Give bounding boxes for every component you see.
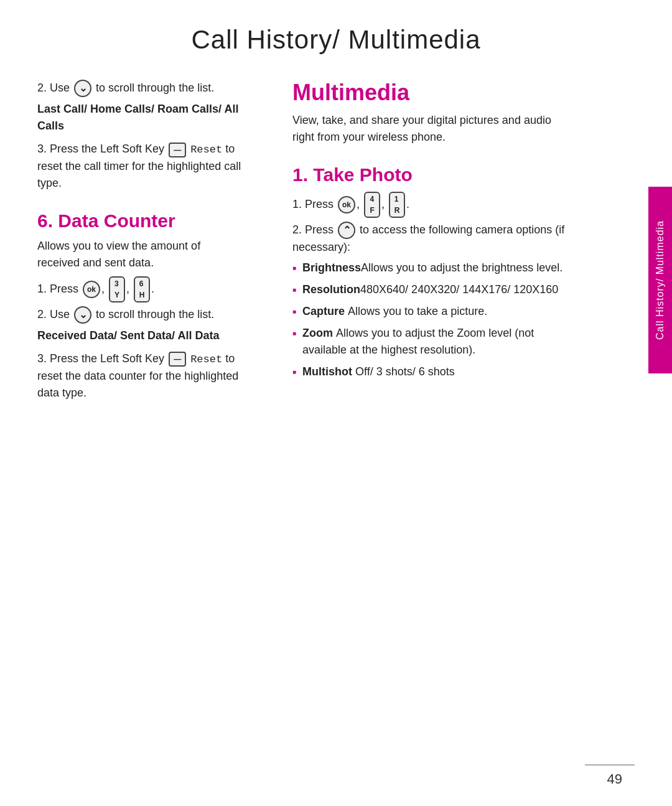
side-tab-label: Call History/ Multimedia xyxy=(655,220,666,340)
bullet-dot-icon3: ■ xyxy=(292,307,296,316)
nav-key-icon2: ⌄ xyxy=(74,306,91,324)
right-column: Multimedia View, take, and share your di… xyxy=(261,73,591,806)
bullet-brightness: ■ BrightnessAllows you to adjust the bri… xyxy=(292,260,572,276)
data-types: Received Data/ Sent Data/ All Data xyxy=(37,327,243,344)
bullet-dot-icon2: ■ xyxy=(292,285,296,294)
key-6h-icon: 6H xyxy=(134,276,150,302)
bullet-list: ■ BrightnessAllows you to adjust the bri… xyxy=(292,260,572,380)
section6-heading: 6. Data Counter xyxy=(37,210,243,232)
key-1r-icon: 1R xyxy=(389,192,405,218)
key-4f-icon: 4F xyxy=(364,192,380,218)
tp-step1: 1. Press ok, 4F, 1R. xyxy=(292,192,572,218)
step3-reset: 3. Press the Left Soft Key — Reset to re… xyxy=(37,141,243,192)
soft-key-icon2: — xyxy=(169,352,186,367)
nav-key-icon: ⌄ xyxy=(74,80,91,97)
bullet-dot-icon: ■ xyxy=(292,263,296,273)
left-column: 2. Use ⌄ to scroll through the list. Las… xyxy=(0,73,261,806)
s6-step2: 2. Use ⌄ to scroll through the list. xyxy=(37,306,243,324)
nav-key-icon3: ⌃ xyxy=(338,222,355,239)
page-title: Call History/ Multimedia xyxy=(0,0,672,73)
bullet-capture: ■ Capture Allows you to take a picture. xyxy=(292,303,572,320)
s6-step3: 3. Press the Left Soft Key — Reset to re… xyxy=(37,350,243,401)
section6-desc: Allows you to view the amount of receive… xyxy=(37,238,243,271)
bullet-dot-icon4: ■ xyxy=(292,329,296,338)
soft-key-icon: — xyxy=(169,143,186,157)
step2-scroll: 2. Use ⌄ to scroll through the list. xyxy=(37,80,243,97)
ok-key-icon: ok xyxy=(83,281,100,298)
key-3y-icon: 3Y xyxy=(109,276,125,302)
call-types: Last Call/ Home Calls/ Roam Calls/ All C… xyxy=(37,101,243,134)
bullet-resolution: ■ Resolution480X640/ 240X320/ 144X176/ 1… xyxy=(292,281,572,298)
tp-step2: 2. Press ⌃ to access the following camer… xyxy=(292,222,572,256)
side-tab: Call History/ Multimedia xyxy=(648,187,672,373)
bullet-zoom: ■ Zoom Allows you to adjust the Zoom lev… xyxy=(292,325,572,358)
bullet-multishot: ■ Multishot Off/ 3 shots/ 6 shots xyxy=(292,363,572,380)
multimedia-intro: View, take, and share your digital pictu… xyxy=(292,112,572,146)
bottom-divider xyxy=(585,764,635,766)
take-photo-heading: 1. Take Photo xyxy=(292,164,572,185)
ok-key-icon2: ok xyxy=(338,196,355,213)
multimedia-heading: Multimedia xyxy=(292,80,572,106)
s6-step1: 1. Press ok, 3Y, 6H. xyxy=(37,276,243,302)
page-number: 49 xyxy=(607,771,622,787)
bullet-dot-icon5: ■ xyxy=(292,367,296,377)
